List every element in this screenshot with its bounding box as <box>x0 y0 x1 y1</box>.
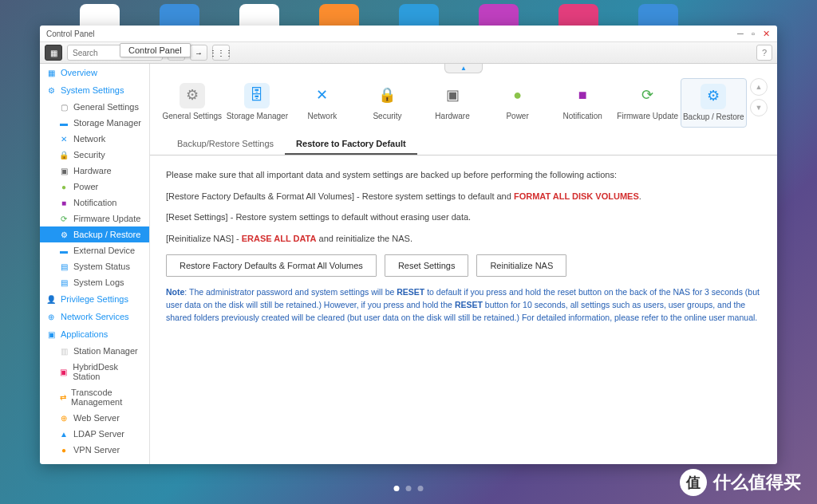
sidebar-item-storage[interactable]: ▬Storage Manager <box>40 115 149 131</box>
scroll-down-button[interactable]: ▼ <box>750 99 768 116</box>
sidebar-item-backup-restore[interactable]: ⚙Backup / Restore <box>40 226 149 242</box>
status-icon: ▤ <box>59 262 69 271</box>
logs-icon: ▤ <box>59 278 69 287</box>
forward-button[interactable]: → <box>190 45 207 61</box>
pager-dot[interactable] <box>394 486 400 491</box>
cat-hardware[interactable]: ▣Hardware <box>420 78 485 126</box>
intro-text: Please make sure that all important data… <box>166 168 761 182</box>
main-panel: ▲ ⚙General Settings 🗄Storage Manager ✕Ne… <box>150 64 777 464</box>
watermark-logo: 值 <box>680 469 707 496</box>
restore-format-desc: [Restore Factory Defaults & Format All V… <box>166 190 761 203</box>
cat-power[interactable]: ●Power <box>485 78 551 126</box>
cat-backup-restore[interactable]: ⚙Backup / Restore <box>681 78 748 128</box>
transcode-icon: ⇄ <box>59 392 66 402</box>
gear-icon: ⚙ <box>46 85 56 95</box>
menu-button[interactable]: ▦ <box>45 45 62 61</box>
storage-icon: ▬ <box>59 118 69 128</box>
sidebar-item-network[interactable]: ✕Network <box>40 131 149 147</box>
settings-icon: ▢ <box>59 102 69 112</box>
power-icon: ● <box>505 83 531 108</box>
titlebar: Control Panel ─ ▫ ✕ <box>40 26 777 41</box>
sidebar-group-system[interactable]: ⚙System Settings <box>40 81 149 99</box>
update-icon: ⟳ <box>59 214 69 223</box>
sidebar-item-logs[interactable]: ▤System Logs <box>40 274 149 290</box>
restore-format-button[interactable]: Restore Factory Defaults & Format All Vo… <box>166 254 377 277</box>
sidebar-group-privilege[interactable]: 👤Privilege Settings <box>40 290 149 308</box>
reinitialize-button[interactable]: Reinitialize NAS <box>476 254 566 277</box>
hybrid-icon: ▣ <box>59 367 68 376</box>
tab-factory-default[interactable]: Restore to Factory Default <box>285 134 417 155</box>
grid-button[interactable]: ⋮⋮⋮ <box>212 45 230 61</box>
close-icon[interactable]: ✕ <box>761 29 771 38</box>
cat-general[interactable]: ⚙General Settings <box>160 78 225 126</box>
pager-dot[interactable] <box>418 486 424 491</box>
scroll-up-button[interactable]: ▲ <box>750 78 768 96</box>
reinitialize-desc: [Reinitialize NAS] - ERASE ALL DATA and … <box>166 232 761 246</box>
station-icon: ▥ <box>59 346 69 356</box>
sidebar-group-network-services[interactable]: ⊕Network Services <box>40 308 149 325</box>
sidebar-item-hardware[interactable]: ▣Hardware <box>40 163 149 179</box>
watermark: 值 什么值得买 <box>680 469 801 496</box>
cat-storage[interactable]: 🗄Storage Manager <box>225 78 290 126</box>
hardware-icon: ▣ <box>59 166 69 175</box>
cat-security[interactable]: 🔒Security <box>355 78 420 126</box>
control-panel-window: Control Panel ─ ▫ ✕ Control Panel ▦ 🔍 ← … <box>40 26 777 464</box>
notification-icon: ■ <box>570 83 595 108</box>
tab-backup-settings[interactable]: Backup/Restore Settings <box>166 134 285 155</box>
category-row: ⚙General Settings 🗄Storage Manager ✕Netw… <box>150 64 777 134</box>
tooltip: Control Panel <box>120 43 191 57</box>
sidebar-item-general[interactable]: ▢General Settings <box>40 99 149 115</box>
sidebar-item-webserver[interactable]: ⊕Web Server <box>40 410 149 426</box>
backup-icon: ⚙ <box>59 230 69 239</box>
cat-notification[interactable]: ■Notification <box>550 78 615 126</box>
cat-firmware[interactable]: ⟳Firmware Update <box>615 78 681 126</box>
sidebar-item-firmware[interactable]: ⟳Firmware Update <box>40 211 149 226</box>
sidebar-item-vpn[interactable]: ●VPN Server <box>40 442 149 458</box>
ldap-icon: ▲ <box>59 429 69 439</box>
sidebar-item-notification[interactable]: ■Notification <box>40 195 149 211</box>
pager-dot[interactable] <box>406 486 412 491</box>
reset-settings-button[interactable]: Reset Settings <box>385 254 469 277</box>
sidebar-item-hybriddesk[interactable]: ▣HybridDesk Station <box>40 359 149 384</box>
sidebar-item-status[interactable]: ▤System Status <box>40 258 149 274</box>
apps-icon: ▣ <box>46 329 56 339</box>
device-icon: ▬ <box>59 246 69 255</box>
maximize-icon[interactable]: ▫ <box>748 29 758 38</box>
backup-icon: ⚙ <box>701 84 726 109</box>
pager <box>394 486 424 491</box>
reset-settings-desc: [Reset Settings] - Restore system settin… <box>166 211 761 224</box>
lock-icon: 🔒 <box>374 83 400 108</box>
sidebar-item-external[interactable]: ▬External Device <box>40 242 149 258</box>
hardware-icon: ▣ <box>440 83 465 108</box>
notification-icon: ■ <box>59 198 69 207</box>
update-icon: ⟳ <box>635 83 661 108</box>
sidebar-item-transcode[interactable]: ⇄Transcode Management <box>40 384 149 410</box>
sidebar-item-ldap[interactable]: ▲LDAP Server <box>40 426 149 442</box>
window-title: Control Panel <box>46 30 95 38</box>
minimize-icon[interactable]: ─ <box>736 29 745 38</box>
sidebar-group-overview[interactable]: ▦Overview <box>40 64 149 81</box>
globe-icon: ⊕ <box>46 312 56 321</box>
web-icon: ⊕ <box>59 413 69 423</box>
content-area: Please make sure that all important data… <box>150 156 777 464</box>
lock-icon: 🔒 <box>59 150 69 159</box>
network-icon: ✕ <box>59 134 69 144</box>
vpn-icon: ● <box>59 445 69 455</box>
note-text: Note: The administrator password and sys… <box>166 286 761 324</box>
storage-icon: 🗄 <box>244 83 270 108</box>
sidebar: ▦Overview ⚙System Settings ▢General Sett… <box>40 64 150 464</box>
help-button[interactable]: ? <box>756 45 772 61</box>
sidebar-item-power[interactable]: ●Power <box>40 179 149 195</box>
overview-icon: ▦ <box>46 68 56 77</box>
sidebar-group-applications[interactable]: ▣Applications <box>40 325 149 343</box>
user-icon: 👤 <box>46 294 56 304</box>
gear-icon: ⚙ <box>180 83 205 108</box>
network-icon: ✕ <box>310 83 335 108</box>
sidebar-item-security[interactable]: 🔒Security <box>40 147 149 163</box>
cat-network[interactable]: ✕Network <box>290 78 355 126</box>
power-icon: ● <box>59 182 69 191</box>
tab-bar: Backup/Restore Settings Restore to Facto… <box>150 134 777 156</box>
sidebar-item-station[interactable]: ▥Station Manager <box>40 343 149 359</box>
